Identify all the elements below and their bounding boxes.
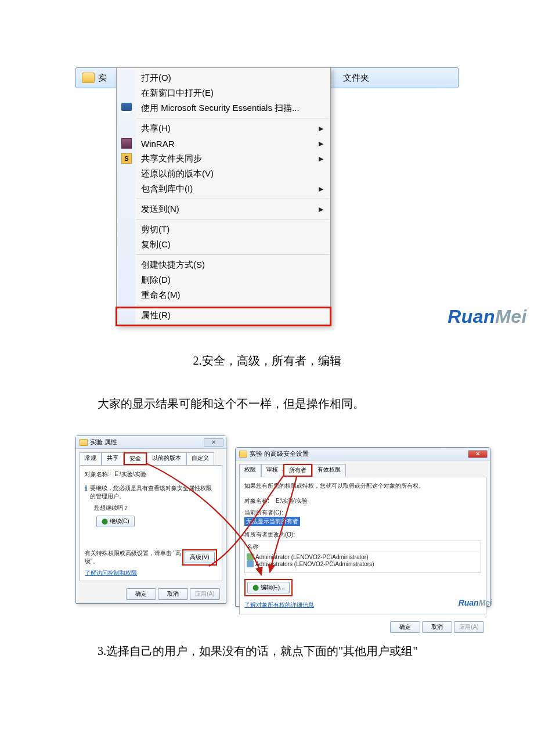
continue-question: 您想继续吗？ — [94, 504, 217, 512]
menu-item-label: 发送到(N) — [141, 204, 179, 215]
continue-warning: 要继续，您必须是具有查看该对象安全属性权限的管理用户。 — [90, 484, 217, 501]
menu-item-label: 重命名(M) — [141, 290, 181, 301]
security-dialogs-figure: 实验 属性 ✕ 常规共享安全以前的版本自定义 对象名称: E:\实验\实验 ℹ … — [75, 435, 459, 610]
menu-item-label: 包含到库中(I) — [141, 183, 193, 195]
highlight-properties — [116, 307, 331, 326]
menu-item[interactable]: 打开(O) — [138, 70, 329, 85]
menu-item-label: 使用 Microsoft Security Essentials 扫描... — [141, 103, 300, 114]
menu-item[interactable]: S共享文件夹同步▶ — [138, 151, 329, 166]
menu-item[interactable]: 复制(C) — [138, 237, 329, 252]
owner-entry[interactable]: Administrators (LENOVO2-PC\Administrator… — [247, 560, 479, 567]
security-tab-panel: 对象名称: E:\实验\实验 ℹ 要继续，您必须是具有查看该对象安全属性权限的管… — [80, 465, 222, 581]
tab-权限[interactable]: 权限 — [239, 464, 261, 477]
watermark-logo: RuanMei — [459, 598, 492, 607]
menu-item[interactable]: 创建快捷方式(S) — [138, 257, 329, 272]
advanced-note: 有关特殊权限或高级设置，请单击 "高级"。 — [85, 549, 182, 566]
current-owner-label: 当前所有者(C): — [244, 509, 481, 517]
menu-item-label: 共享文件夹同步 — [141, 153, 202, 164]
advanced-security-dialog: 实验 的高级安全设置 ✕ 权限审核所有者有效权限 如果您有所需的权限或特权，您就… — [235, 447, 490, 607]
menu-item[interactable]: 删除(D) — [138, 272, 329, 287]
object-path: E:\实验\实验 — [276, 498, 308, 504]
menu-item[interactable]: 使用 Microsoft Security Essentials 扫描... — [138, 100, 329, 116]
titlebar: 实验 属性 ✕ — [76, 436, 226, 449]
change-owner-label: 将所有者更改为(O): — [244, 531, 481, 539]
tab-自定义[interactable]: 自定义 — [186, 452, 214, 465]
learn-acl-link[interactable]: 了解访问控制和权限 — [85, 570, 137, 576]
menu-item[interactable]: 在新窗口中打开(E) — [138, 85, 329, 100]
menu-item[interactable]: 包含到库中(I)▶ — [138, 181, 329, 196]
menu-item-label: 还原以前的版本(V) — [141, 168, 214, 179]
folder-icon — [82, 73, 95, 83]
advanced-button[interactable]: 高级(V) — [185, 552, 215, 563]
menu-item[interactable]: 剪切(T) — [138, 222, 329, 237]
ok-button[interactable]: 确定 — [126, 588, 156, 600]
s-icon: S — [121, 153, 132, 164]
submenu-arrow-icon: ▶ — [319, 155, 323, 163]
watermark-logo: RuanMei — [448, 306, 527, 327]
folder-icon — [239, 451, 247, 458]
current-owner-value: 无法显示当前所有者 — [244, 517, 300, 526]
owner-list[interactable]: 名称 Administrator (LENOVO2-PC\Administrat… — [244, 541, 481, 573]
object-path: E:\实验\实验 — [114, 471, 146, 477]
ok-button[interactable]: 确定 — [390, 621, 420, 633]
tab-审核[interactable]: 审核 — [261, 464, 283, 477]
tab-共享[interactable]: 共享 — [102, 452, 124, 465]
submenu-arrow-icon: ▶ — [319, 206, 323, 213]
submenu-arrow-icon: ▶ — [319, 140, 323, 147]
folder-icon — [80, 439, 88, 446]
menu-item[interactable]: 还原以前的版本(V) — [138, 166, 329, 181]
cancel-button[interactable]: 取消 — [158, 588, 188, 600]
tab-所有者[interactable]: 所有者 — [283, 464, 312, 477]
menu-item-label: 打开(O) — [141, 73, 171, 84]
apply-button[interactable]: 应用(A) — [190, 588, 220, 600]
learn-ownership-link[interactable]: 了解对象所有权的详细信息 — [244, 602, 314, 608]
owner-entry[interactable]: Administrator (LENOVO2-PC\Administrator) — [247, 553, 479, 560]
menu-item[interactable]: WinRAR▶ — [138, 136, 329, 151]
menu-item-label: 在新窗口中打开(E) — [141, 88, 214, 99]
folder-name: 实 — [98, 73, 107, 84]
group-icon — [247, 560, 254, 567]
menu-item[interactable]: 发送到(N)▶ — [138, 201, 329, 217]
titlebar: 实验 的高级安全设置 ✕ — [236, 448, 490, 460]
menu-item[interactable]: 重命名(M) — [138, 287, 329, 303]
window-title: 实验 的高级安全设置 — [250, 449, 309, 458]
step-3-text: 3.选择自己的用户，如果没有的话，就点下面的"其他用户或组" — [75, 640, 459, 662]
submenu-arrow-icon: ▶ — [319, 185, 323, 193]
rar-icon — [121, 138, 132, 149]
close-button[interactable]: ✕ — [468, 450, 488, 458]
owner-tab-panel: 如果您有所需的权限或特权，您就可以取得或分配这个对象的所有权。 对象名称: E:… — [239, 477, 486, 614]
tab-安全[interactable]: 安全 — [124, 452, 147, 465]
properties-dialog: 实验 属性 ✕ 常规共享安全以前的版本自定义 对象名称: E:\实验\实验 ℹ … — [75, 435, 226, 604]
user-icon — [247, 553, 254, 560]
object-name-label: 对象名称: — [244, 498, 269, 504]
menu-item-label: 剪切(T) — [141, 224, 169, 235]
menu-item[interactable]: 共享(H)▶ — [138, 121, 329, 136]
info-icon: ℹ — [85, 484, 88, 501]
item-type: 文件夹 — [343, 73, 369, 84]
apply-button[interactable]: 应用(A) — [454, 621, 484, 633]
owner-intro: 如果您有所需的权限或特权，您就可以取得或分配这个对象的所有权。 — [244, 482, 481, 490]
tab-常规[interactable]: 常规 — [80, 452, 102, 465]
list-header: 名称 — [247, 543, 479, 552]
close-button[interactable]: ✕ — [204, 438, 223, 447]
owner-name: Administrator (LENOVO2-PC\Administrator) — [255, 554, 369, 560]
context-menu-figure: 实 文件夹 打开(O)在新窗口中打开(E)使用 Microsoft Securi… — [75, 67, 459, 329]
menu-item-label: 创建快捷方式(S) — [141, 260, 205, 271]
context-menu: 打开(O)在新窗口中打开(E)使用 Microsoft Security Ess… — [116, 67, 331, 326]
menu-item-label: 共享(H) — [141, 123, 171, 134]
edit-button[interactable]: ⬤ 编辑(E)... — [247, 582, 290, 593]
object-name-label: 对象名称: — [85, 471, 110, 477]
continue-button[interactable]: ⬤ 继续(C) — [96, 516, 135, 527]
menu-item-label: 删除(D) — [141, 275, 171, 286]
window-title: 实验 属性 — [90, 438, 117, 447]
step-2-text: 2.安全，高级，所有者，编辑 — [75, 350, 459, 372]
tab-有效权限[interactable]: 有效权限 — [312, 464, 346, 477]
shield-icon — [121, 103, 132, 113]
cancel-button[interactable]: 取消 — [422, 621, 452, 633]
owner-name: Administrators (LENOVO2-PC\Administrator… — [255, 561, 374, 567]
menu-item-label: WinRAR — [141, 139, 175, 149]
tab-以前的版本[interactable]: 以前的版本 — [147, 452, 186, 465]
note-text: 大家的显示结果可能和这个不一样，但是操作相同。 — [75, 393, 459, 415]
submenu-arrow-icon: ▶ — [319, 125, 323, 132]
menu-item-label: 复制(C) — [141, 239, 171, 250]
